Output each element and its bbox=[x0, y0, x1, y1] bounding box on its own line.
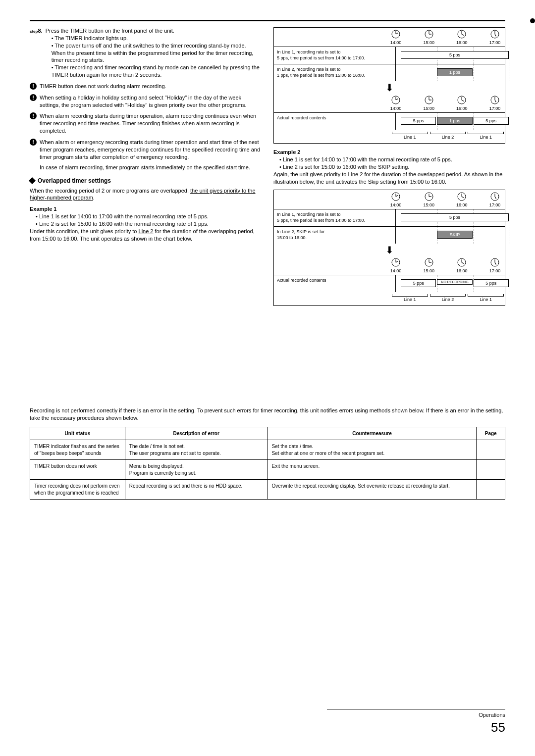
exclamation-icon: ! bbox=[30, 139, 37, 146]
overlap-intro: When the recording period of 2 or more p… bbox=[30, 187, 262, 202]
time-label: 17:00 bbox=[489, 202, 501, 208]
clock-icon: 17:00 bbox=[485, 258, 505, 274]
row-desc: In Line 1, recording rate is set to5 pps… bbox=[274, 47, 396, 64]
svg-line-10 bbox=[495, 34, 496, 36]
note-text: When alarm or emergency recording starts… bbox=[40, 139, 262, 161]
chart-bar: 5 pps bbox=[401, 51, 509, 59]
right-column: 14:0015:0016:0017:00In Line 1, recording… bbox=[273, 27, 505, 308]
table-row: TIMER indicator flashes and the series o… bbox=[30, 440, 505, 460]
svg-line-37 bbox=[396, 261, 398, 262]
clock-icon: 14:00 bbox=[386, 30, 406, 46]
cell-desc: The date / time is not set.The user prog… bbox=[125, 440, 268, 460]
cell-page bbox=[477, 480, 505, 500]
time-label: 17:00 bbox=[489, 268, 501, 274]
note-text: When setting a holiday in holiday settin… bbox=[40, 94, 262, 109]
table-row: Timer recording does not perform even wh… bbox=[30, 480, 505, 500]
time-label: 16:00 bbox=[456, 268, 468, 274]
text: Again, the unit gives priority to bbox=[273, 171, 348, 177]
row-bars: SKIP bbox=[396, 227, 505, 244]
clock-icon: 14:00 bbox=[386, 96, 406, 111]
svg-line-46 bbox=[495, 262, 496, 264]
result-label: Actual recorded contents bbox=[274, 113, 396, 130]
bracket-label: Line 1 bbox=[391, 132, 429, 140]
example-1-under: Under this condition, the unit gives pri… bbox=[30, 228, 262, 243]
text: When the recording period of 2 or more p… bbox=[30, 188, 190, 194]
arrow-down-icon: ⬇ bbox=[274, 244, 505, 258]
clock-icon: 17:00 bbox=[485, 192, 505, 208]
chart-bar: 1 pps bbox=[437, 68, 472, 76]
result-bars: 5 ppsNO RECORDING5 pps bbox=[396, 275, 505, 292]
step-bullet: The power turns off and the unit switche… bbox=[52, 42, 262, 64]
example-1-title: Example 1 bbox=[30, 205, 262, 213]
chart-bar: 5 pps bbox=[474, 117, 509, 125]
underlined-text: Line 2 bbox=[139, 228, 154, 234]
bracket-label: Line 1 bbox=[467, 132, 505, 140]
arrow-down-icon: ⬇ bbox=[274, 81, 505, 96]
clock-icon: 15:00 bbox=[419, 192, 439, 208]
row-desc: In Line 1, recording rate is set to5 pps… bbox=[274, 209, 396, 226]
cell-status: TIMER indicator flashes and the series o… bbox=[30, 440, 125, 460]
note-item: ! TIMER button does not work during alar… bbox=[30, 83, 262, 90]
time-label: 15:00 bbox=[423, 202, 434, 208]
exclamation-icon: ! bbox=[30, 94, 37, 101]
time-label: 14:00 bbox=[390, 105, 402, 111]
top-rule bbox=[30, 20, 505, 21]
time-label: 17:00 bbox=[489, 40, 501, 46]
chart-row: In Line 1, recording rate is set to5 pps… bbox=[274, 47, 505, 64]
row-desc: In Line 2, SKIP is set for15:00 to 16:00… bbox=[274, 227, 396, 244]
time-label: 14:00 bbox=[390, 202, 402, 208]
section-title: Overlapped timer settings bbox=[38, 177, 111, 185]
time-label: 15:00 bbox=[423, 105, 434, 111]
clock-icon: 16:00 bbox=[452, 192, 472, 208]
row-desc: In Line 2, recording rate is set to1 pps… bbox=[274, 64, 396, 81]
time-label: 15:00 bbox=[423, 268, 434, 274]
time-label: 16:00 bbox=[456, 105, 468, 111]
list-item: Line 1 is set for 14:00 to 17:00 with th… bbox=[279, 156, 505, 163]
clock-icon: 15:00 bbox=[419, 30, 439, 46]
chart-row: In Line 2, recording rate is set to1 pps… bbox=[274, 64, 505, 81]
time-label: 14:00 bbox=[390, 268, 402, 274]
step-bullets: The TIMER indicator lights up. The power… bbox=[46, 35, 262, 79]
result-bars: 5 pps1 pps5 pps bbox=[396, 113, 505, 130]
row-bars: 1 pps bbox=[396, 64, 505, 81]
clock-icon: 17:00 bbox=[485, 96, 505, 111]
clock-icon: 16:00 bbox=[452, 30, 472, 46]
result-label: Actual recorded contents bbox=[274, 275, 396, 292]
svg-line-43 bbox=[462, 262, 464, 264]
svg-line-13 bbox=[396, 99, 398, 101]
cell-desc: Repeat recording is set and there is no … bbox=[125, 480, 268, 500]
col-desc: Description of error bbox=[125, 427, 268, 440]
section-overlapped: Overlapped timer settings bbox=[30, 177, 262, 185]
exclamation-icon: ! bbox=[30, 83, 37, 90]
svg-line-19 bbox=[462, 100, 464, 101]
svg-line-1 bbox=[396, 33, 398, 35]
clock-icon: 14:00 bbox=[386, 258, 406, 274]
svg-line-25 bbox=[396, 195, 398, 197]
page-number: 55 bbox=[327, 719, 505, 736]
cell-page bbox=[477, 460, 505, 480]
clock-icon: 16:00 bbox=[452, 96, 472, 111]
chart-bar: 5 pps bbox=[474, 279, 509, 287]
cell-page bbox=[477, 440, 505, 460]
chart-bar: 5 pps bbox=[401, 279, 436, 287]
col-counter: Countermeasure bbox=[268, 427, 477, 440]
list-item: Line 1 is set for 14:00 to 17:00 with th… bbox=[36, 213, 262, 220]
chart-bar: NO RECORDING bbox=[437, 279, 472, 285]
cell-status: Timer recording does not perform even wh… bbox=[30, 480, 125, 500]
svg-line-31 bbox=[462, 197, 464, 198]
note-item: ! When alarm or emergency recording star… bbox=[30, 139, 262, 171]
time-label: 15:00 bbox=[423, 40, 434, 46]
example-2-under: Again, the unit gives priority to Line 2… bbox=[273, 171, 505, 186]
table-row: TIMER button does not workMenu is being … bbox=[30, 460, 505, 480]
bracket-label: Line 2 bbox=[429, 132, 467, 140]
chart-result-row: Actual recorded contents5 pps1 pps5 pps bbox=[274, 112, 505, 130]
clock-icon: 15:00 bbox=[419, 96, 439, 111]
svg-line-7 bbox=[462, 34, 464, 36]
note-tail: In case of alarm recording, timer progra… bbox=[40, 164, 262, 171]
clock-icon: 17:00 bbox=[485, 30, 505, 46]
chart-bar: 1 pps bbox=[437, 117, 472, 125]
step-text: Press the TIMER button on the front pane… bbox=[46, 27, 262, 35]
note-item: ! When setting a holiday in holiday sett… bbox=[30, 94, 262, 109]
text: . bbox=[93, 195, 95, 201]
example-2-list: Line 1 is set for 14:00 to 17:00 with th… bbox=[273, 156, 505, 171]
